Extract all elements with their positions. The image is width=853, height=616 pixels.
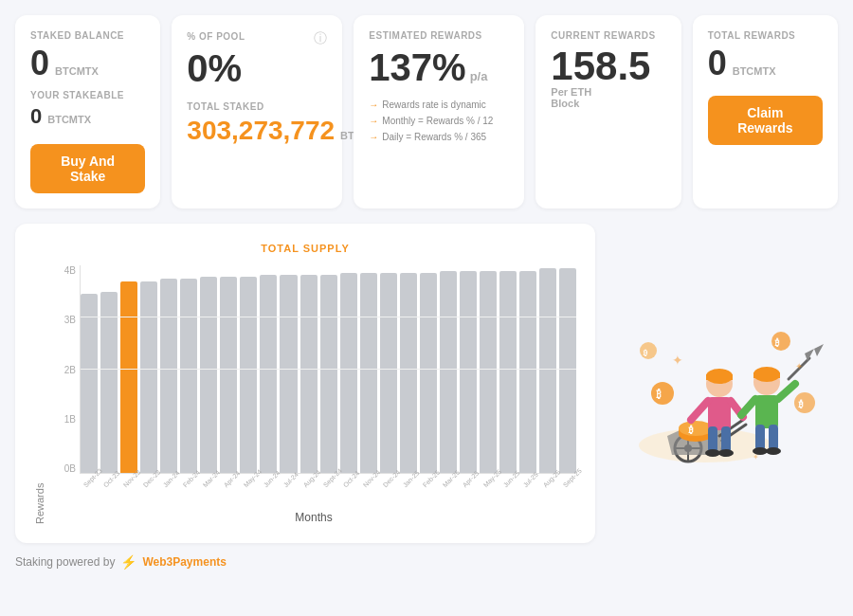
x-labels: Sept-23Oct-23Nov-23Dec-23Jan-24Feb-24Mar…: [51, 478, 576, 484]
pool-card: % OF POOL ⓘ 0% TOTAL STAKED 303,273,772 …: [172, 15, 342, 208]
svg-point-36: [640, 342, 657, 359]
bar-10: [280, 275, 297, 473]
bar-7: [220, 277, 237, 473]
svg-point-32: [651, 382, 674, 405]
note-1: Rewards rate is dynamic: [369, 97, 509, 113]
buy-stake-button[interactable]: Buy And Stake: [30, 144, 145, 193]
y-tick-0B: 0B: [51, 463, 76, 474]
svg-line-25: [741, 399, 755, 415]
mining-illustration: ₿: [620, 280, 828, 488]
x-label-14: Nov-24: [362, 472, 379, 489]
svg-point-20: [718, 449, 734, 457]
bar-13: [340, 273, 357, 473]
bar-16: [400, 273, 417, 473]
x-label-3: Dec-23: [142, 472, 159, 489]
footer: Staking powered by ⚡ Web3Payments: [15, 554, 838, 570]
chart-inner: 0B 1B 2B 3B 4B Sept-23Oct-23Nov-23Dec-23…: [51, 265, 576, 524]
chart-card: TOTAL SUPPLY Rewards 0B 1B 2B 3B 4B: [15, 224, 595, 543]
x-label-13: Oct-24: [342, 472, 359, 489]
svg-text:✦: ✦: [672, 353, 683, 368]
svg-text:✦: ✦: [753, 453, 759, 462]
x-axis-title: Months: [51, 511, 576, 524]
bar-11: [300, 275, 318, 473]
x-label-24: Sept-25: [562, 472, 579, 489]
bar-23: [539, 268, 556, 473]
svg-rect-13: [706, 374, 733, 380]
x-label-10: Jul-24: [281, 472, 299, 489]
x-label-16: Jan-25: [402, 472, 419, 489]
bar-15: [380, 273, 397, 473]
staked-value: 0: [30, 46, 49, 81]
svg-point-34: [771, 332, 790, 351]
bar-0: [81, 294, 98, 473]
note-2: Monthly = Rewards % / 12: [369, 113, 509, 129]
y-tick-1B: 1B: [51, 414, 76, 425]
x-label-9: Jun-24: [262, 472, 279, 489]
footer-icon: ⚡: [120, 554, 136, 570]
bar-5: [180, 279, 197, 473]
current-rewards-card: CURRENT REWARDS 158.5 Per ETH Block: [535, 15, 681, 208]
pool-label: % OF POOL: [187, 31, 245, 42]
x-label-0: Sept-23: [82, 472, 100, 489]
x-label-23: Aug-25: [541, 472, 558, 489]
bar-6: [200, 277, 217, 473]
bar-22: [519, 271, 536, 473]
main-container: STAKED BALANCE 0 BTCMTX YOUR STAKEABLE 0…: [0, 0, 853, 585]
footer-text: Staking powered by: [15, 555, 115, 569]
x-label-17: Feb-25: [422, 472, 439, 489]
bar-8: [240, 277, 257, 473]
svg-rect-17: [708, 426, 717, 453]
current-value: 158.5: [551, 46, 665, 86]
estimated-label: ESTIMATED REWARDS: [369, 30, 509, 41]
svg-text:✦: ✦: [795, 361, 803, 371]
x-label-2: Nov-23: [122, 472, 139, 489]
bar-18: [440, 271, 457, 473]
x-label-15: Dec-24: [382, 472, 399, 489]
bar-14: [360, 273, 377, 473]
stakeable-label: YOUR STAKEABLE: [30, 90, 145, 100]
x-label-1: Oct-23: [102, 472, 119, 489]
staked-unit: BTCMTX: [55, 65, 99, 77]
svg-text:₿: ₿: [798, 399, 804, 409]
x-label-18: Mar-25: [442, 472, 459, 489]
claim-rewards-button[interactable]: Claim Rewards: [708, 96, 823, 145]
x-label-11: Aug-24: [302, 472, 319, 489]
bar-1: [100, 292, 118, 473]
total-rewards-unit: BTCMTX: [733, 65, 776, 77]
svg-text:₿: ₿: [688, 425, 694, 435]
staked-balance-card: STAKED BALANCE 0 BTCMTX YOUR STAKEABLE 0…: [15, 15, 160, 208]
svg-rect-29: [769, 425, 778, 451]
svg-point-31: [766, 447, 781, 455]
total-rewards-label: TOTAL REWARDS: [708, 30, 823, 41]
y-tick-3B: 3B: [51, 315, 76, 325]
bar-2: [120, 281, 137, 473]
note-3: Daily = Rewards % / 365: [369, 129, 509, 145]
bar-9: [260, 275, 277, 473]
bar-3: [140, 281, 157, 473]
svg-point-19: [705, 449, 720, 457]
x-label-20: May-25: [481, 472, 499, 489]
svg-rect-23: [753, 372, 780, 378]
y-axis-label: Rewards: [34, 265, 45, 524]
x-label-19: Apr-25: [462, 472, 479, 489]
chart-title: TOTAL SUPPLY: [34, 243, 576, 254]
total-staked-label: TOTAL STAKED: [187, 101, 327, 112]
stakeable-unit: BTCMTX: [47, 114, 91, 125]
estimated-pa: p/a: [470, 69, 488, 83]
svg-point-7: [679, 421, 713, 436]
bar-20: [480, 271, 497, 473]
y-tick-4B: 4B: [51, 265, 76, 276]
svg-point-38: [794, 392, 815, 413]
estimated-rewards-card: ESTIMATED REWARDS 137% p/a Rewards rate …: [354, 15, 524, 208]
bar-21: [499, 271, 517, 473]
svg-rect-18: [721, 426, 731, 453]
svg-rect-28: [755, 425, 765, 451]
bar-17: [420, 273, 437, 473]
footer-brand: Web3Payments: [142, 555, 226, 569]
bar-4: [160, 279, 177, 473]
current-label: CURRENT REWARDS: [551, 30, 665, 41]
info-icon[interactable]: ⓘ: [314, 30, 327, 47]
x-label-22: Jul-25: [521, 472, 538, 489]
chart-area: Rewards 0B 1B 2B 3B 4B Sep: [34, 265, 576, 524]
y-ticks: 0B 1B 2B 3B 4B: [51, 265, 80, 474]
